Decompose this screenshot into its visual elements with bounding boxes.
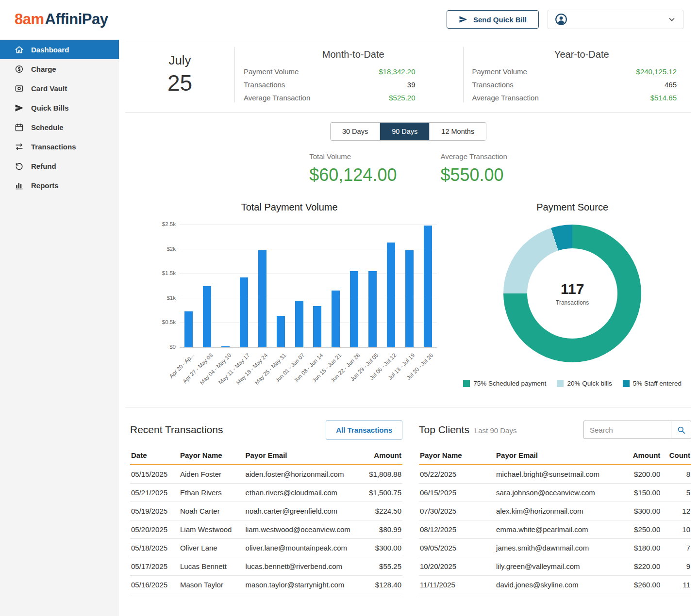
sidebar-item-schedule[interactable]: Schedule bbox=[0, 117, 119, 137]
sidebar-item-transactions[interactable]: Transactions bbox=[0, 137, 119, 156]
table-cell: $300.00 bbox=[353, 539, 402, 557]
table-cell: $128.40 bbox=[353, 576, 402, 594]
bar[interactable] bbox=[277, 316, 285, 347]
bar[interactable] bbox=[295, 301, 303, 347]
top-clients-panel: Top Clients Last 90 Days Payor NamePayor bbox=[419, 420, 691, 594]
table-row[interactable]: 07/30/2025alex.kim@horizonmail.com$300.0… bbox=[419, 502, 691, 520]
gridline bbox=[180, 249, 437, 249]
table-cell: noah.carter@greenfield.com bbox=[245, 502, 353, 520]
section-title: Month-to-Date bbox=[244, 49, 463, 60]
paper-plane-icon bbox=[459, 15, 467, 24]
chevron-down-icon bbox=[667, 15, 676, 24]
bar[interactable] bbox=[387, 243, 395, 347]
user-menu[interactable] bbox=[548, 10, 683, 29]
table-row[interactable]: 11/11/2025david.jones@skyline.com$260.00… bbox=[419, 576, 691, 594]
legend-item: 20% Quick bills bbox=[557, 380, 612, 387]
search-icon bbox=[677, 425, 686, 435]
date-day: 25 bbox=[125, 70, 234, 96]
summary-row: Payment Volume $240,125.12 bbox=[472, 65, 692, 78]
bar[interactable] bbox=[332, 291, 340, 347]
search-input[interactable] bbox=[583, 421, 671, 439]
sidebar-item-dashboard[interactable]: Dashboard bbox=[0, 40, 119, 59]
year-to-date-section: Year-to-Date Payment Volume $240,125.12 … bbox=[464, 45, 692, 104]
table-cell: 06/15/2025 bbox=[419, 484, 495, 502]
bar[interactable] bbox=[313, 306, 321, 347]
top-clients-title: Top Clients bbox=[419, 424, 469, 436]
x-axis-tick-label: May 04 - May 10 bbox=[199, 352, 232, 386]
summary-value: $525.20 bbox=[389, 94, 415, 102]
kpi-label: Total Volume bbox=[309, 152, 397, 161]
tab-90-days[interactable]: 90 Days bbox=[380, 123, 430, 140]
table-cell: Liam Westwood bbox=[179, 520, 245, 539]
table-row[interactable]: 08/12/2025emma.white@pearlmail.com$250.0… bbox=[419, 520, 691, 539]
tab-30-days[interactable]: 30 Days bbox=[331, 123, 380, 140]
bar[interactable] bbox=[405, 250, 414, 347]
table-cell: $150.00 bbox=[615, 484, 661, 502]
legend-item: 5% Staff entered bbox=[623, 380, 682, 387]
brand-logo-8am: 8am bbox=[15, 11, 44, 28]
bar[interactable] bbox=[258, 250, 266, 347]
gridline bbox=[180, 225, 437, 225]
table-cell: 05/17/2025 bbox=[130, 557, 179, 576]
donut-chart[interactable]: 117 Transactions bbox=[503, 225, 641, 362]
table-cell: 8 bbox=[661, 465, 691, 484]
table-row[interactable]: 05/17/2025Lucas Bennettlucas.bennett@riv… bbox=[130, 557, 402, 576]
brand-logo[interactable]: 8am AffiniPay bbox=[15, 11, 108, 28]
table-cell: $180.00 bbox=[615, 539, 661, 557]
table-cell: lucas.bennett@riverbend.com bbox=[245, 557, 353, 576]
bottom-section: Recent Transactions All Transactions Dat… bbox=[125, 407, 691, 614]
bar[interactable] bbox=[240, 277, 248, 347]
table-cell: ethan.rivers@cloudmail.com bbox=[245, 484, 353, 502]
topbar: 8am AffiniPay Send Quick Bill bbox=[0, 0, 699, 39]
table-row[interactable]: 05/22/2025michael.bright@sunsetmail.com$… bbox=[419, 465, 691, 484]
table-cell: oliver.lane@mountainpeak.com bbox=[245, 539, 353, 557]
legend-swatch bbox=[463, 380, 470, 387]
calendar-icon bbox=[15, 123, 24, 132]
sidebar-item-label: Transactions bbox=[31, 143, 76, 151]
table-cell: $200.00 bbox=[615, 465, 661, 484]
table-row[interactable]: 05/16/2025Mason Taylormason.taylor@starr… bbox=[130, 576, 402, 594]
table-row[interactable]: 05/18/2025Oliver Laneoliver.lane@mountai… bbox=[130, 539, 402, 557]
bar[interactable] bbox=[350, 271, 358, 347]
table-cell: 05/21/2025 bbox=[130, 484, 179, 502]
all-transactions-button[interactable]: All Transactions bbox=[326, 420, 402, 440]
y-axis-tick-label: $1.5k bbox=[151, 270, 176, 276]
summary-value: $18,342.20 bbox=[379, 67, 415, 76]
bar[interactable] bbox=[221, 346, 230, 347]
table-row[interactable]: 05/21/2025Ethan Riversethan.rivers@cloud… bbox=[130, 484, 402, 502]
table-cell: 11/11/2025 bbox=[419, 576, 495, 594]
topbar-right: Send Quick Bill bbox=[447, 10, 683, 29]
sidebar-item-reports[interactable]: Reports bbox=[0, 176, 119, 195]
main-content: July 25 Month-to-Date Payment Volume $18… bbox=[119, 39, 699, 616]
kpi-row: Total Volume $60,124.00 Average Transact… bbox=[125, 152, 691, 185]
search-button[interactable] bbox=[671, 421, 691, 439]
y-axis-tick-label: $0.5k bbox=[151, 319, 176, 325]
table-cell: 5 bbox=[661, 484, 691, 502]
bar[interactable] bbox=[424, 226, 432, 347]
bar[interactable] bbox=[203, 286, 211, 348]
top-clients-subtitle: Last 90 Days bbox=[474, 426, 517, 435]
sidebar-item-card-vault[interactable]: Card Vault bbox=[0, 79, 119, 98]
payment-source-chart: Payment Source 117 Transactions 75% Sche… bbox=[453, 202, 691, 387]
bar[interactable] bbox=[368, 271, 377, 347]
summary-label: Average Transaction bbox=[472, 94, 539, 102]
table-row[interactable]: 09/05/2025james.smith@dawnmail.com$180.0… bbox=[419, 539, 691, 557]
table-row[interactable]: 10/20/2025lily.green@valleymail.com$220.… bbox=[419, 557, 691, 576]
table-cell: 09/05/2025 bbox=[419, 539, 495, 557]
donut-center-label: Transactions bbox=[556, 299, 589, 306]
table-cell: sara.johnson@oceanview.com bbox=[495, 484, 615, 502]
summary-value: 39 bbox=[407, 81, 416, 89]
table-row[interactable]: 06/15/2025sara.johnson@oceanview.com$150… bbox=[419, 484, 691, 502]
sidebar-item-refund[interactable]: Refund bbox=[0, 156, 119, 176]
summary-strip: July 25 Month-to-Date Payment Volume $18… bbox=[125, 42, 691, 113]
sidebar-item-quick-bills[interactable]: Quick Bills bbox=[0, 98, 119, 117]
legend-item: 75% Scheduled payment bbox=[463, 380, 546, 387]
table-row[interactable]: 05/19/2025Noah Carternoah.carter@greenfi… bbox=[130, 502, 402, 520]
table-cell: $1,500.75 bbox=[353, 484, 402, 502]
bar[interactable] bbox=[184, 311, 193, 347]
table-row[interactable]: 05/15/2025Aiden Fosteraiden.foster@horiz… bbox=[130, 465, 402, 484]
send-quick-bill-button[interactable]: Send Quick Bill bbox=[447, 10, 539, 29]
tab-12-months[interactable]: 12 Months bbox=[430, 123, 486, 140]
sidebar-item-charge[interactable]: Charge bbox=[0, 59, 119, 79]
table-row[interactable]: 05/20/2025Liam Westwoodliam.westwood@oce… bbox=[130, 520, 402, 539]
